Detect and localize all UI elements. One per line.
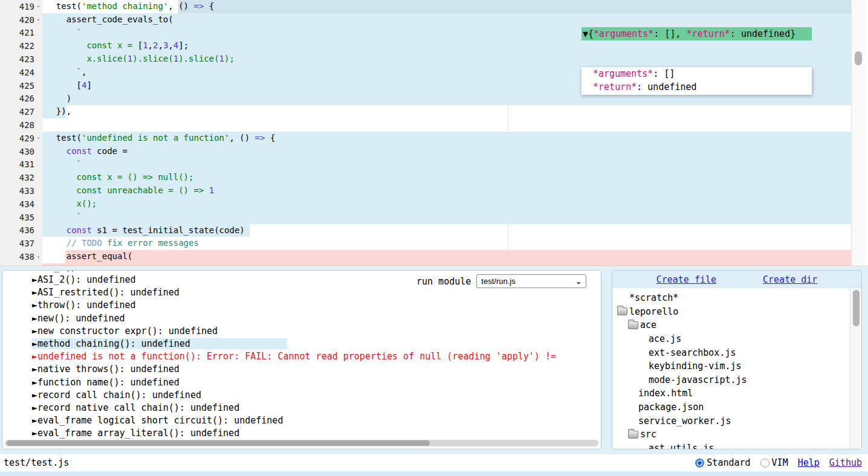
tree-item-index-html[interactable]: index.html xyxy=(612,387,861,400)
file-tree: *scratch*leporelloaceace.jsext-searchbox… xyxy=(612,288,861,449)
help-link[interactable]: Help xyxy=(798,457,820,468)
line-number: 432 xyxy=(19,173,34,182)
run-module-control: run module test/run.js ⌄ xyxy=(416,274,586,288)
result-item[interactable]: ►eval_frame array_literal(): undefined xyxy=(32,427,601,440)
code-line-439[interactable]: assert_calltree_equal(s1, xyxy=(42,263,851,266)
code-token: }), xyxy=(46,106,71,116)
line-number: 436 xyxy=(19,225,34,235)
code-line-430[interactable]: const code = xyxy=(42,145,851,158)
result-item[interactable]: ►new constructor expr(): undefined xyxy=(32,325,601,338)
result-item[interactable]: ►record call chain(): undefined xyxy=(32,389,601,402)
tree-item-src[interactable]: src xyxy=(612,428,861,442)
code-token: const x = xyxy=(46,40,138,50)
result-item-text: ►record call chain(): undefined xyxy=(32,390,201,400)
tree-item-label: ext-searchbox.js xyxy=(649,347,736,358)
result-item[interactable]: ►eval_frame logical short circuit(): und… xyxy=(32,414,601,427)
keybinding-vim-option[interactable]: VIM xyxy=(760,457,788,468)
tree-item-service-worker-js[interactable]: service_worker.js xyxy=(612,414,861,428)
code-token: { xyxy=(265,133,275,143)
tooltip-row[interactable]: *return*: undefined xyxy=(588,80,809,94)
file-panel-header: Create file Create dir xyxy=(612,271,861,288)
tree-item-package-json[interactable]: package.json xyxy=(612,400,861,414)
run-module-select[interactable]: test/run.js ⌄ xyxy=(476,274,586,288)
file-tree-scrollbar[interactable] xyxy=(850,288,861,449)
run-module-label: run module xyxy=(416,276,471,287)
code-token: : undefined} xyxy=(730,28,795,39)
results-scrollbar-thumb[interactable] xyxy=(7,440,430,446)
code-token: x(); xyxy=(46,199,97,208)
code-line-text: ` xyxy=(42,211,851,224)
code-line-435[interactable]: ` xyxy=(42,211,851,224)
code-line-432[interactable]: const x = () => null(); xyxy=(42,171,851,184)
code-line-433[interactable]: const unreachable = () => 1 xyxy=(42,184,851,198)
editor-scrollbar-thumb[interactable] xyxy=(855,51,862,65)
code-line-436[interactable]: const s1 = test_initial_state(code) xyxy=(42,224,851,237)
radio-unselected-icon[interactable] xyxy=(760,458,769,468)
code-token: code = xyxy=(92,146,128,156)
value-tooltip-header[interactable]: ▼{*arguments*: [], *return*: undefined} xyxy=(581,27,812,40)
result-item[interactable]: ►undefined is not a function(): Error: F… xyxy=(32,350,601,363)
code-line-438[interactable]: assert_equal( xyxy=(42,250,851,263)
keybinding-standard-option[interactable]: Standard xyxy=(695,457,750,468)
tree-item-label: leporello xyxy=(629,306,678,317)
github-link[interactable]: Github xyxy=(829,457,862,468)
code-token: ` xyxy=(46,28,82,37)
create-file-link[interactable]: Create file xyxy=(656,274,716,285)
code-token: assert_calltree_equal(s1, xyxy=(46,265,204,266)
line-number: 430 xyxy=(19,147,34,156)
result-item[interactable]: ►native throws(): undefined xyxy=(32,363,601,376)
code-token: s1 = test_initial_state(code) xyxy=(92,225,245,235)
code-line-431[interactable]: ` xyxy=(42,158,851,172)
results-horizontal-scrollbar[interactable] xyxy=(5,440,598,446)
result-item[interactable]: ►ASI_restrited(): undefined xyxy=(32,286,601,299)
result-item-text: ►new(): undefined xyxy=(32,313,125,324)
code-token: 1 xyxy=(219,54,224,63)
tree-item-label: service_worker.js xyxy=(638,416,731,426)
tree-item-ext-searchbox-js[interactable]: ext-searchbox.js xyxy=(612,346,861,359)
folder-icon xyxy=(617,307,627,315)
line-number: 422 xyxy=(19,41,34,51)
tree-item--scratch-[interactable]: *scratch* xyxy=(612,291,861,305)
code-token: , xyxy=(168,40,173,50)
code-token: const x = () => null(); xyxy=(46,172,193,182)
radio-selected-icon[interactable] xyxy=(695,458,704,468)
editor-vertical-scrollbar[interactable] xyxy=(851,0,864,266)
tree-item-mode-javascript-js[interactable]: mode-javascript.js xyxy=(612,373,861,387)
line-number: 438 xyxy=(19,252,34,262)
code-line-text: assert_calltree_equal(s1, xyxy=(42,263,851,266)
tooltip-row[interactable]: *arguments*: [] xyxy=(588,67,809,80)
code-token: ); xyxy=(224,54,235,63)
tree-item-leporello[interactable]: leporello xyxy=(612,305,861,319)
tree-item-label: index.html xyxy=(638,388,693,399)
create-dir-link[interactable]: Create dir xyxy=(763,274,817,285)
code-line-437[interactable]: // TODO fix error messages xyxy=(42,237,851,250)
code-editor[interactable]: test('method chaining', () => { assert_c… xyxy=(0,0,868,266)
result-item[interactable]: ►function name(): undefined xyxy=(32,376,601,389)
fold-toggle-icon[interactable]: ▾ xyxy=(34,254,42,260)
result-item[interactable]: ►throw(): undefined xyxy=(32,299,601,312)
code-line-434[interactable]: x(); xyxy=(42,198,851,211)
code-token xyxy=(46,225,66,235)
line-number: 424 xyxy=(19,68,34,77)
gutter-line-435: 435 xyxy=(0,211,42,224)
fold-toggle-icon[interactable]: ▾ xyxy=(34,135,42,141)
code-token: 'undefined is not a function' xyxy=(82,133,229,143)
code-line-429[interactable]: test('undefined is not a function', () =… xyxy=(42,132,851,145)
result-item[interactable]: ►method chaining(): undefined xyxy=(32,338,601,350)
fold-toggle-icon[interactable]: ▾ xyxy=(34,3,42,10)
line-number: 434 xyxy=(19,199,34,209)
result-item[interactable]: ►new(): undefined xyxy=(32,312,601,325)
tree-item-ast-utils-js[interactable]: ast_utils.js xyxy=(612,442,861,449)
tree-item-keybinding-vim-js[interactable]: keybinding-vim.js xyxy=(612,359,861,373)
fold-toggle-icon[interactable]: ▾ xyxy=(34,16,42,23)
code-token: // xyxy=(46,238,82,248)
eval-results-list: ►ASI_1(): undefined►ASI_2(): undefined►A… xyxy=(2,270,601,440)
file-tree-scrollbar-thumb[interactable] xyxy=(853,290,860,326)
tree-item-ace-js[interactable]: ace.js xyxy=(612,332,861,346)
result-item-text: ►ASI_restrited(): undefined xyxy=(32,287,180,298)
gutter-line-434: 434 xyxy=(0,198,42,211)
line-number: 428 xyxy=(19,120,34,130)
tree-item-ace[interactable]: ace xyxy=(612,318,861,332)
result-item[interactable]: ►record native call chain(): undefined xyxy=(32,402,601,414)
tree-item-label: *scratch* xyxy=(629,292,678,303)
